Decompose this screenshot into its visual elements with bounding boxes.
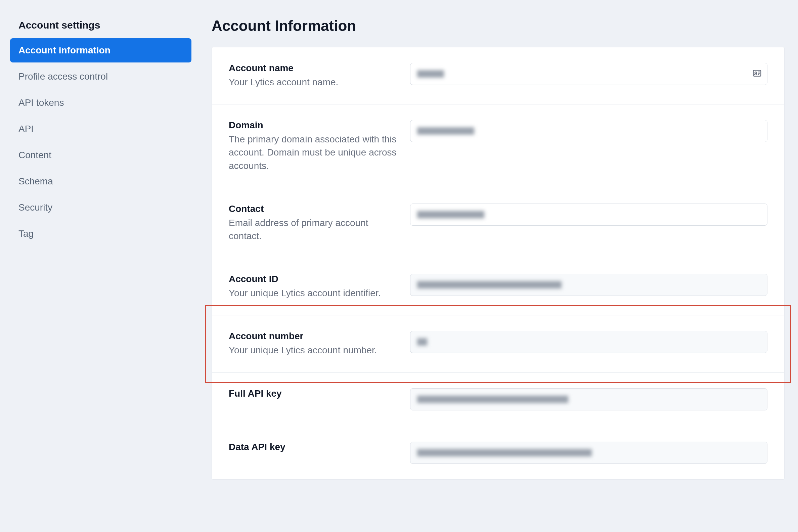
field-row-full-api-key: Full API key <box>212 373 784 426</box>
sidebar: Account settings Account informationProf… <box>10 14 191 480</box>
redacted-value <box>417 449 592 456</box>
main-content: Account Information Account nameYour Lyt… <box>212 14 784 480</box>
field-input-wrap <box>410 274 767 296</box>
redacted-value <box>417 70 444 78</box>
field-meta: Data API key <box>229 442 397 454</box>
field-meta: Account IDYour unique Lytics account ide… <box>229 274 397 300</box>
sidebar-item-schema[interactable]: Schema <box>10 169 191 193</box>
field-description: The primary domain associated with this … <box>229 133 397 172</box>
sidebar-item-profile-access-control[interactable]: Profile access control <box>10 64 191 89</box>
field-label: Full API key <box>229 388 397 399</box>
field-input-wrap <box>410 388 767 411</box>
field-row-account-id: Account IDYour unique Lytics account ide… <box>212 258 784 316</box>
field-meta: Full API key <box>229 388 397 401</box>
field-label: Account ID <box>229 274 397 284</box>
sidebar-item-api-tokens[interactable]: API tokens <box>10 91 191 115</box>
field-input-wrap <box>410 120 767 142</box>
field-input[interactable] <box>410 120 767 142</box>
sidebar-item-api[interactable]: API <box>10 117 191 141</box>
field-input <box>410 274 767 296</box>
field-input-wrap <box>410 442 767 464</box>
field-label: Data API key <box>229 442 397 452</box>
id-card-icon <box>752 68 762 80</box>
sidebar-item-content[interactable]: Content <box>10 143 191 167</box>
field-meta: Account nameYour Lytics account name. <box>229 63 397 89</box>
field-meta: ContactEmail address of primary account … <box>229 204 397 243</box>
field-label: Domain <box>229 120 397 131</box>
field-input-wrap <box>410 204 767 226</box>
sidebar-item-security[interactable]: Security <box>10 195 191 220</box>
field-input[interactable] <box>410 63 767 85</box>
field-input <box>410 442 767 464</box>
field-row-contact: ContactEmail address of primary account … <box>212 188 784 258</box>
field-row-data-api-key: Data API key <box>212 426 784 479</box>
redacted-value <box>417 338 427 346</box>
field-row-account-number: Account numberYour unique Lytics account… <box>212 316 784 373</box>
field-label: Contact <box>229 204 397 214</box>
redacted-value <box>417 127 474 135</box>
field-meta: Account numberYour unique Lytics account… <box>229 331 397 357</box>
sidebar-item-account-information[interactable]: Account information <box>10 38 191 62</box>
field-input-wrap <box>410 63 767 85</box>
field-description: Email address of primary account contact… <box>229 216 397 243</box>
field-row-domain: DomainThe primary domain associated with… <box>212 104 784 188</box>
field-description: Your unique Lytics account identifier. <box>229 286 397 300</box>
sidebar-title: Account settings <box>10 19 191 38</box>
redacted-value <box>417 281 562 288</box>
field-input <box>410 331 767 353</box>
field-description: Your unique Lytics account number. <box>229 344 397 357</box>
field-input <box>410 388 767 411</box>
redacted-value <box>417 211 484 218</box>
redacted-value <box>417 396 568 403</box>
field-label: Account name <box>229 63 397 74</box>
field-description: Your Lytics account name. <box>229 76 397 89</box>
field-row-account-name: Account nameYour Lytics account name. <box>212 48 784 104</box>
account-info-panel: Account nameYour Lytics account name.Dom… <box>212 47 784 480</box>
sidebar-nav: Account informationProfile access contro… <box>10 38 191 246</box>
field-input[interactable] <box>410 204 767 226</box>
field-meta: DomainThe primary domain associated with… <box>229 120 397 172</box>
sidebar-item-tag[interactable]: Tag <box>10 222 191 246</box>
field-input-wrap <box>410 331 767 353</box>
field-label: Account number <box>229 331 397 342</box>
page-title: Account Information <box>212 17 784 34</box>
